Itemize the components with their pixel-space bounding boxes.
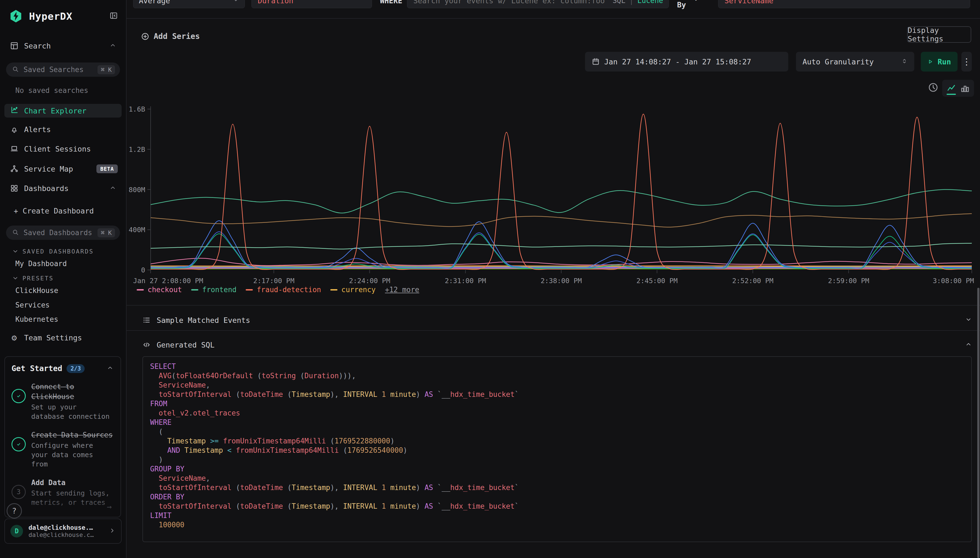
- sidebar-item-team-settings[interactable]: ⚙ Team Settings: [0, 331, 126, 344]
- legend-item-frontend[interactable]: frontend: [191, 286, 236, 294]
- laptop-icon: [10, 144, 19, 153]
- sidebar-item-dashboards[interactable]: Dashboards: [0, 182, 126, 195]
- section-divider: [126, 305, 980, 305]
- section-divider: [126, 330, 980, 331]
- series-line-other-11: [151, 243, 972, 249]
- legend-label: fraud-detection: [257, 286, 321, 294]
- lang-separator: |: [629, 0, 633, 5]
- step-number-badge: 3: [11, 485, 26, 499]
- more-menu-button[interactable]: ⋮: [961, 52, 972, 72]
- legend-item-checkout[interactable]: checkout: [137, 286, 182, 294]
- lang-lucene-toggle[interactable]: Lucene: [637, 0, 663, 5]
- check-circle-icon: [11, 389, 26, 403]
- get-started-title: Get Started: [11, 364, 62, 373]
- saved-dashboards-section[interactable]: SAVED DASHBOARDS: [0, 245, 126, 258]
- time-settings-button[interactable]: [928, 82, 938, 94]
- sidebar-item-alerts[interactable]: Alerts: [0, 123, 126, 136]
- field-input-wrap: [252, 0, 372, 8]
- section-label: SAVED DASHBOARDS: [23, 248, 94, 255]
- legend-swatch: [191, 289, 198, 290]
- gear-icon: ⚙: [10, 333, 19, 342]
- section-title: Sample Matched Events: [157, 316, 250, 325]
- lucene-search-input[interactable]: [413, 0, 607, 5]
- legend-item-fraud-detection[interactable]: fraud-detection: [246, 286, 321, 294]
- get-started-step-2[interactable]: Create Data Sources Configure where your…: [11, 430, 113, 469]
- get-started-step-1[interactable]: Connect to ClickHouse Set up your databa…: [11, 382, 113, 421]
- x-tick-label: 2:17:00 PM: [253, 277, 294, 285]
- legend-more-link[interactable]: +12 more: [385, 286, 419, 294]
- where-label: WHERE: [381, 0, 401, 8]
- legend-item-currency[interactable]: currency: [330, 286, 376, 294]
- granularity-select[interactable]: Auto Granularity: [796, 52, 914, 72]
- sidebar-item-label: Team Settings: [24, 333, 82, 342]
- legend-swatch: [137, 289, 144, 290]
- chevron-down-icon: [965, 316, 972, 325]
- sidebar-item-my-dashboard[interactable]: My Dashboard: [0, 258, 126, 270]
- sidebar-item-search[interactable]: Search: [0, 39, 126, 53]
- sql-line: ServiceName,: [150, 474, 964, 483]
- bar-chart-toggle[interactable]: [960, 83, 970, 93]
- group-by-input[interactable]: [724, 0, 964, 5]
- panel-collapse-icon: [110, 11, 118, 20]
- get-started-step-3[interactable]: 3 Add Data Start sending logs, metrics, …: [11, 478, 113, 507]
- date-range-picker[interactable]: Jan 27 14:08:27 - Jan 27 15:08:27: [585, 52, 788, 72]
- plus-circle-icon: [141, 32, 149, 41]
- chevron-up-icon: [965, 341, 972, 349]
- generated-sql-code[interactable]: SELECT AVG(toFloat64OrDefault (toString …: [142, 356, 972, 542]
- y-tick-label: 0: [141, 266, 145, 274]
- sql-line: GROUP BY: [150, 464, 964, 474]
- progress-badge: 2/3: [67, 364, 85, 373]
- account-footer[interactable]: D dale@clickhouse.… dale@clickhouse.c…: [4, 519, 122, 544]
- help-button[interactable]: ?: [7, 503, 22, 519]
- toolbar-divider: [126, 18, 980, 19]
- scrollbar-thumb[interactable]: [977, 288, 980, 558]
- chevron-up-icon[interactable]: [107, 364, 113, 373]
- sidebar-item-chart-explorer[interactable]: Chart Explorer: [4, 104, 122, 118]
- aggregation-select[interactable]: Average: [133, 0, 245, 8]
- sidebar-item-client-sessions[interactable]: Client Sessions: [0, 142, 126, 155]
- legend-swatch: [246, 289, 253, 290]
- x-tick-label: 2:45:00 PM: [636, 277, 678, 285]
- saved-searches-input[interactable]: [23, 65, 93, 74]
- list-icon: [142, 316, 151, 324]
- sidebar-collapse-button[interactable]: [110, 11, 118, 21]
- run-button[interactable]: Run: [921, 52, 957, 72]
- sidebar-item-kubernetes[interactable]: Kubernetes: [0, 313, 126, 326]
- calendar-icon: [592, 57, 600, 66]
- saved-dashboards-input-wrap: ⌘ K: [6, 226, 120, 240]
- main-content: Average WHERE SQL | Lucene Group By Add …: [126, 0, 980, 558]
- section-title: Generated SQL: [157, 341, 214, 349]
- x-tick-label: 2:38:00 PM: [541, 277, 582, 285]
- sql-line: toStartOfInterval (toDateTime (Timestamp…: [150, 502, 964, 511]
- add-series-button[interactable]: Add Series: [141, 32, 200, 41]
- sidebar-item-services[interactable]: Services: [0, 299, 126, 311]
- generated-sql-header[interactable]: Generated SQL: [142, 336, 972, 353]
- sql-line: toStartOfInterval (toDateTime (Timestamp…: [150, 483, 964, 492]
- lang-sql-toggle[interactable]: SQL: [612, 0, 625, 5]
- chevron-down-icon: [232, 0, 239, 5]
- presets-section[interactable]: PRESETS: [0, 272, 126, 284]
- line-chart-toggle[interactable]: [946, 83, 956, 93]
- shortcut-badge: ⌘ K: [98, 228, 115, 237]
- sidebar-item-service-map[interactable]: Service Map BETA: [0, 162, 126, 176]
- timeseries-chart[interactable]: 0400M800M1.2B1.6BJan 27 2:08:00 PM2:17:0…: [126, 102, 980, 286]
- chevron-down-icon: [12, 248, 19, 254]
- display-settings-button[interactable]: Display Settings: [907, 26, 971, 43]
- sql-line: ORDER BY: [150, 492, 964, 502]
- sidebar-item-clickhouse[interactable]: ClickHouse: [0, 284, 126, 297]
- chevron-down-icon: [12, 275, 19, 281]
- create-dashboard-button[interactable]: + Create Dashboard: [0, 204, 126, 217]
- account-email: dale@clickhouse.c…: [28, 532, 94, 538]
- field-input[interactable]: [257, 0, 366, 5]
- x-tick-label: Jan 27 2:08:00 PM: [133, 277, 203, 285]
- chevron-up-icon[interactable]: [110, 42, 116, 50]
- saved-dashboards-input[interactable]: [23, 228, 93, 237]
- code-icon: [142, 341, 151, 349]
- sql-line: 100000: [150, 520, 964, 530]
- chevron-up-icon[interactable]: [110, 184, 116, 193]
- check-circle-icon: [11, 437, 26, 451]
- beta-badge: BETA: [97, 164, 118, 173]
- account-name: dale@clickhouse.…: [28, 524, 94, 532]
- sample-matched-events-header[interactable]: Sample Matched Events: [142, 312, 972, 328]
- bell-icon: [10, 125, 19, 134]
